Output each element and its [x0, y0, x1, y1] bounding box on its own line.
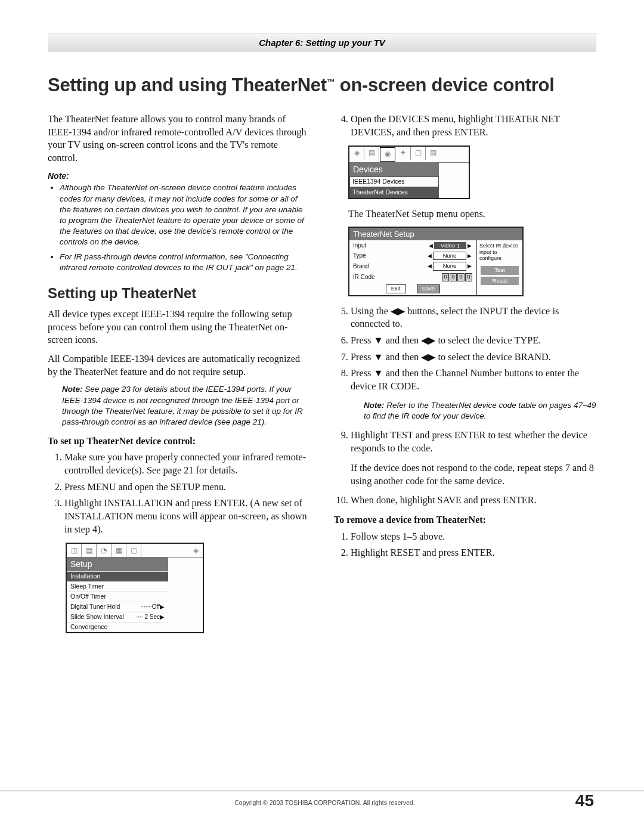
tn-reset-pill: Reset	[481, 277, 519, 286]
down-arrow-icon: ▼	[373, 335, 383, 345]
theaternet-setup-figure: TheaterNet Setup Input ◀Video 1▶ Type ◀N…	[348, 227, 524, 296]
left-right-arrow-icon: ◀▶	[421, 335, 435, 345]
tn-title: TheaterNet Setup	[349, 228, 522, 240]
trademark: ™	[327, 77, 335, 86]
note-text: See page 23 for details about the IEEE-1…	[62, 385, 303, 426]
menu-icon: ◔	[97, 544, 112, 557]
menu-icon: ◈	[349, 147, 364, 160]
tn-row-brand: Brand ◀None▶	[349, 261, 476, 271]
step: Press ▼ and then the Channel Number butt…	[351, 367, 596, 392]
menu-icon: ▤	[82, 544, 97, 557]
devices-menu-item-selected: TheaterNet Devices	[349, 187, 439, 198]
copyright: Copyright © 2003 TOSHIBA CORPORATION. Al…	[74, 795, 575, 806]
setup-menu-figure: ◫ ▤ ◔ ▦ ▢ ◈ Setup Installation Sleep Tim…	[66, 543, 204, 633]
step: Follow steps 1–5 above.	[351, 530, 596, 543]
menu-icon-highlighted: ◉	[380, 147, 395, 162]
setup-steps-cont3: Highlight TEST and press ENTER to test w…	[334, 429, 596, 454]
menu-icon: ▢	[126, 544, 141, 557]
note-bullet: For IR pass-through device control infor…	[60, 252, 310, 273]
right-column: Open the DEVICES menu, highlight THEATER…	[334, 113, 596, 633]
setup-menu-title: Setup	[67, 558, 168, 571]
menu-icon: ▦	[112, 544, 126, 557]
step: Press ▼ and then ◀▶ to select the device…	[351, 351, 596, 364]
left-right-arrow-icon: ◀▶	[421, 351, 435, 362]
step: Using the ◀▶ buttons, select the INPUT t…	[351, 305, 596, 330]
intro-paragraph: The TheaterNet feature allows you to con…	[48, 113, 310, 165]
devices-icon-strip: ◈ ▤ ◉ ✦ ▢ ▤	[349, 147, 469, 163]
note-bullet: Although the TheaterNet on-screen device…	[60, 182, 310, 247]
title-prefix: Setting up and using TheaterNet	[48, 75, 327, 95]
devices-menu-item: IEEE1394 Devices	[349, 176, 439, 187]
devices-menu-figure: ◈ ▤ ◉ ✦ ▢ ▤ Devices IEEE1394 Devices The…	[348, 145, 470, 199]
procedure-heading: To remove a device from TheaterNet:	[334, 513, 596, 526]
tn-test-pill: Test	[481, 266, 519, 275]
setup-menu-item-selected: Installation	[67, 571, 168, 581]
tn-row-exit-save: Exit Save	[349, 282, 476, 295]
note-bullets: Although the TheaterNet on-screen device…	[48, 182, 310, 273]
step: Open the DEVICES menu, highlight THEATER…	[351, 113, 596, 138]
setup-menu-item: Slide Show Interval···· 2 Sec▶	[67, 612, 168, 622]
setup-menu-item: Convergence	[67, 622, 168, 632]
menu-icon: ▢	[411, 147, 426, 160]
section-heading: Setting up TheaterNet	[48, 284, 310, 303]
step: Highlight TEST and press ENTER to test w…	[351, 429, 596, 454]
menu-icon: ◫	[67, 544, 82, 557]
page-footer: Copyright © 2003 TOSHIBA CORPORATION. Al…	[0, 791, 644, 810]
follow-text: If the device does not respond to the co…	[351, 462, 596, 487]
menu-icon: ◈	[188, 544, 203, 557]
setup-steps: Make sure you have properly connected yo…	[48, 451, 310, 535]
tn-row-input: Input ◀Video 1▶	[349, 240, 476, 250]
menu-icon-strip: ◫ ▤ ◔ ▦ ▢ ◈	[67, 544, 203, 558]
setup-menu-item: Sleep Timer	[67, 581, 168, 592]
setup-menu-item: On/Off Timer	[67, 592, 168, 602]
devices-menu-title: Devices	[349, 163, 439, 176]
note-label: Note:	[48, 171, 310, 182]
chapter-header: Chapter 6: Setting up your TV	[48, 33, 596, 52]
step: Highlight RESET and press ENTER.	[351, 546, 596, 559]
setup-menu-item: Digital Tuner Hold·······Off▶	[67, 602, 168, 612]
left-column: The TheaterNet feature allows you to con…	[48, 113, 310, 633]
page-number: 45	[575, 791, 594, 810]
menu-icon: ✦	[396, 147, 411, 160]
step: Make sure you have properly connected yo…	[64, 451, 310, 476]
step: Press MENU and open the SETUP menu.	[64, 481, 310, 494]
tn-row-type: Type ◀None▶	[349, 250, 476, 261]
tn-row-ircode: IR Code 0000	[349, 271, 476, 282]
menu-icon-spacer	[141, 544, 188, 557]
inline-note: Note: See page 23 for details about the …	[62, 384, 310, 428]
menu-icon: ▤	[364, 147, 379, 160]
tn-hint: Select IR device input to configure	[477, 240, 522, 264]
body-text: All Compatible IEEE-1394 devices are aut…	[48, 352, 310, 378]
inline-note: Note: Refer to the TheaterNet device cod…	[364, 400, 596, 422]
body-text: All device types except IEEE-1394 requir…	[48, 308, 310, 346]
page-title: Setting up and using TheaterNet™ on-scre…	[48, 75, 596, 96]
left-right-arrow-icon: ◀▶	[391, 305, 405, 316]
setup-steps-cont4: When done, highlight SAVE and press ENTE…	[334, 494, 596, 507]
down-arrow-icon: ▼	[373, 367, 383, 378]
note-bold: Note:	[62, 385, 83, 394]
step: Highlight INSTALLATION and press ENTER. …	[64, 497, 310, 535]
title-suffix: on-screen device control	[335, 75, 554, 95]
step: When done, highlight SAVE and press ENTE…	[351, 494, 596, 507]
remove-steps: Follow steps 1–5 above. Highlight RESET …	[334, 530, 596, 559]
step: Press ▼ and then ◀▶ to select the device…	[351, 334, 596, 347]
down-arrow-icon: ▼	[373, 351, 383, 362]
setup-steps-cont: Open the DEVICES menu, highlight THEATER…	[334, 113, 596, 138]
menu-icon: ▤	[426, 147, 440, 160]
body-text: The TheaterNet Setup menu opens.	[348, 208, 596, 221]
procedure-heading: To set up TheaterNet device control:	[48, 435, 310, 447]
setup-steps-cont2: Using the ◀▶ buttons, select the INPUT t…	[334, 305, 596, 393]
